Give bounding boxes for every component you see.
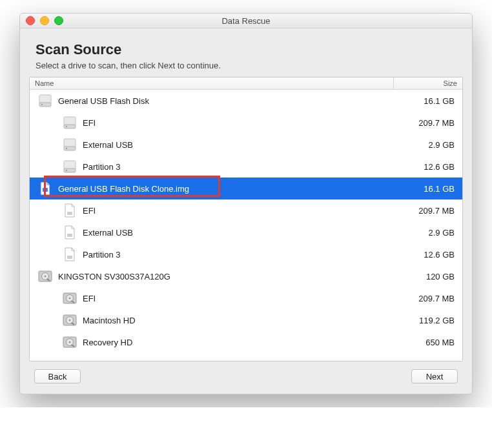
next-button[interactable]: Next [411, 369, 458, 383]
external-disk-icon [62, 115, 77, 130]
row-name-label: External USB [83, 228, 133, 238]
table-row[interactable]: Macintosh HD119.2 GB [30, 309, 462, 331]
row-name-label: Recovery HD [83, 338, 132, 347]
row-size-label: 2.9 GB [396, 228, 462, 238]
row-size-label: 12.6 GB [396, 250, 462, 260]
col-size-header[interactable]: Size [394, 77, 462, 89]
table-row[interactable]: General USB Flash Disk16.1 GB [30, 90, 462, 112]
table-row[interactable]: External USB2.9 GB [30, 221, 462, 243]
table-row[interactable]: External USB2.9 GB [30, 134, 462, 156]
row-name-label: Partition 3 [83, 162, 121, 172]
table-row[interactable]: General USB Flash Disk Clone.img16.1 GB [30, 178, 462, 199]
disk-image-file-icon [37, 181, 53, 196]
row-size-label: 16.1 GB [396, 96, 462, 106]
external-disk-icon [37, 93, 53, 108]
row-name-cell: External USB [30, 225, 396, 240]
row-size-label: 2.9 GB [396, 140, 462, 150]
row-name-label: General USB Flash Disk Clone.img [58, 184, 189, 194]
window-close-button[interactable] [26, 16, 35, 25]
table-body: General USB Flash Disk16.1 GBEFI209.7 MB… [30, 90, 462, 361]
drive-table: Name Size General USB Flash Disk16.1 GBE… [29, 77, 463, 361]
row-size-label: 209.7 MB [396, 294, 462, 303]
row-name-cell: General USB Flash Disk [30, 93, 396, 108]
row-name-cell: General USB Flash Disk Clone.img [30, 181, 396, 196]
row-name-cell: Recovery HD [30, 334, 396, 350]
row-size-label: 650 MB [396, 338, 462, 347]
table-row[interactable]: KINGSTON SV300S37A120G120 GB [30, 265, 462, 287]
row-name-cell: EFI [30, 290, 396, 306]
footer: Back Next [29, 361, 463, 386]
row-name-label: EFI [83, 294, 96, 303]
row-name-cell: Partition 3 [30, 247, 396, 262]
content-area: Scan Source Select a drive to scan, then… [20, 28, 472, 394]
window-zoom-button[interactable] [54, 16, 63, 25]
window-title: Data Rescue [20, 16, 472, 26]
table-row[interactable]: Recovery HD650 MB [30, 331, 462, 353]
row-name-label: KINGSTON SV300S37A120G [58, 272, 170, 281]
row-name-cell: Partition 3 [30, 159, 396, 174]
document-icon [62, 247, 77, 262]
internal-disk-icon [62, 312, 77, 328]
external-disk-icon [62, 137, 77, 152]
row-size-label: 209.7 MB [396, 118, 462, 128]
external-disk-icon [62, 159, 77, 174]
row-name-cell: EFI [30, 203, 396, 218]
table-row[interactable]: EFI209.7 MB [30, 287, 462, 309]
table-row[interactable]: Partition 312.6 GB [30, 243, 462, 265]
row-name-label: EFI [83, 206, 96, 216]
row-name-cell: EFI [30, 115, 396, 130]
row-name-cell: External USB [30, 137, 396, 152]
window-minimize-button[interactable] [40, 16, 49, 25]
document-icon [62, 203, 77, 218]
col-name-header[interactable]: Name [30, 77, 394, 89]
row-name-label: Partition 3 [83, 250, 121, 260]
internal-disk-icon [62, 334, 77, 350]
internal-disk-icon [37, 269, 53, 284]
row-size-label: 16.1 GB [396, 184, 462, 194]
row-size-label: 120 GB [396, 272, 462, 281]
row-name-label: General USB Flash Disk [58, 96, 149, 106]
table-row[interactable]: EFI209.7 MB [30, 199, 462, 221]
window: Data Rescue Scan Source Select a drive t… [19, 13, 473, 394]
titlebar: Data Rescue [20, 14, 472, 28]
row-name-label: Macintosh HD [83, 316, 136, 325]
row-name-label: EFI [83, 118, 96, 128]
table-row[interactable]: Partition 312.6 GB [30, 156, 462, 178]
table-row[interactable]: EFI209.7 MB [30, 112, 462, 134]
row-size-label: 119.2 GB [396, 316, 462, 325]
row-name-label: External USB [83, 140, 133, 150]
page-heading: Scan Source [36, 41, 463, 58]
document-icon [62, 225, 77, 240]
row-size-label: 209.7 MB [396, 206, 462, 216]
row-size-label: 12.6 GB [396, 162, 462, 172]
row-name-cell: Macintosh HD [30, 312, 396, 328]
internal-disk-icon [62, 290, 77, 306]
page-subheading: Select a drive to scan, then click Next … [36, 61, 463, 70]
row-name-cell: KINGSTON SV300S37A120G [30, 269, 396, 284]
back-button[interactable]: Back [34, 369, 81, 383]
table-header: Name Size [30, 77, 462, 90]
